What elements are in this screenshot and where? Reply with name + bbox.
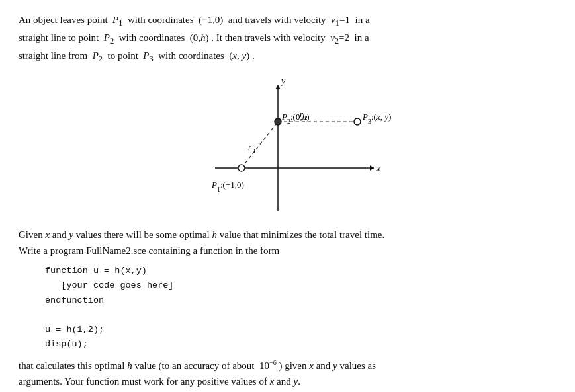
svg-marker-3 xyxy=(275,85,281,89)
diagram-container: y x r 1 r 2 P1:(−1,0) P2:(0,h) P3:(x, y) xyxy=(19,72,556,217)
problem-statement: An object leaves point P1 with coordinat… xyxy=(19,12,556,389)
problem-text: An object leaves point P1 with coordinat… xyxy=(19,12,556,65)
svg-point-8 xyxy=(354,118,361,125)
svg-point-7 xyxy=(275,118,281,125)
diagram-svg: y x r 1 r 2 P1:(−1,0) P2:(0,h) P3:(x, y) xyxy=(175,72,400,217)
svg-marker-1 xyxy=(370,165,374,171)
given-line1: Given x and y values there will be some … xyxy=(19,229,384,240)
p1-label: P1:(−1,0) xyxy=(211,180,244,193)
x-axis-label: x xyxy=(376,163,381,173)
final-line1: that calculates this optimal h value (to… xyxy=(19,360,376,371)
p3-label: P3:(x, y) xyxy=(362,112,391,125)
line2: straight line to point P2 with coordinat… xyxy=(19,32,369,43)
final-text: that calculates this optimal h value (to… xyxy=(19,358,556,389)
given-line2: Write a program FullName2.sce containing… xyxy=(19,245,279,256)
r1-subscript: 1 xyxy=(253,147,256,154)
code-line-2: [your code goes here] xyxy=(45,278,556,293)
y-axis-label: y xyxy=(280,76,286,86)
given-text: Given x and y values there will be some … xyxy=(19,227,556,258)
code-line-5: disp(u); xyxy=(45,337,556,352)
code-line-1: function u = h(x,y) xyxy=(45,264,556,278)
code-line-3: endfunction xyxy=(45,294,556,308)
line1: An object leaves point P1 with coordinat… xyxy=(19,15,370,25)
code-line-4: u = h(1,2); xyxy=(45,323,556,337)
svg-line-4 xyxy=(242,122,278,168)
final-line2: arguments. Your function must work for a… xyxy=(19,376,300,387)
code-block: function u = h(x,y) [your code goes here… xyxy=(45,264,556,352)
p2-label: P2:(0,h) xyxy=(281,112,310,125)
line3: straight line from P2 to point P3 with c… xyxy=(19,50,255,61)
r1-label: r xyxy=(248,142,252,152)
svg-point-6 xyxy=(238,165,245,171)
